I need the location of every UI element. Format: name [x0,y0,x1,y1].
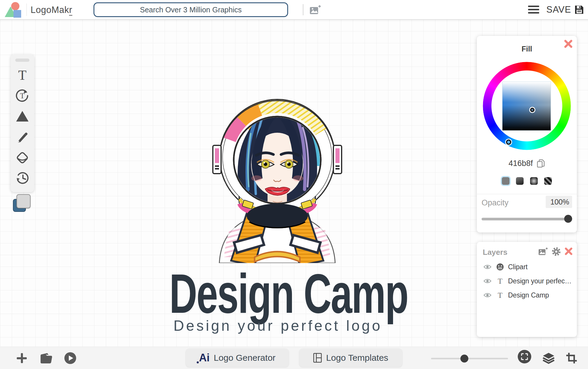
svg-text:T: T [498,277,502,285]
template-layout-icon [313,353,322,363]
play-icon [64,352,76,364]
shapes-tool-button[interactable] [14,106,31,127]
svg-text:T: T [20,92,24,100]
header-divider [26,4,27,16]
astronaut-clipart[interactable] [202,63,352,263]
layers-panel-title: Layers [483,248,507,257]
zoom-slider-handle[interactable] [460,355,468,363]
history-clock-icon [16,172,29,184]
panel-divider [477,194,577,194]
history-tool-button[interactable] [14,168,31,188]
fit-screen-icon [521,353,528,360]
layer-label: Design your perfec… [508,277,572,285]
header-divider [303,4,303,15]
stroke-color-swatch[interactable] [16,194,31,208]
opacity-slider-handle[interactable] [564,215,572,223]
opacity-label: Opacity [482,198,509,207]
logo-generator-button[interactable]: Ai Logo Generator [186,349,289,367]
visibility-eye-icon[interactable] [483,292,492,298]
zoom-slider-track[interactable] [431,358,508,359]
toolbar-drag-handle[interactable] [15,59,29,62]
draw-tool-button[interactable] [14,127,31,147]
logomakr-logo-icon[interactable] [4,2,24,18]
zoom-slider[interactable] [431,355,508,362]
logo-tagline-text[interactable]: Design your perfect logo [146,317,410,334]
text-tool-button[interactable]: T [14,65,31,85]
text-tool-icon: T [16,68,29,82]
logo-title-text[interactable]: Design Camp [169,262,386,326]
gear-icon[interactable] [552,247,561,256]
crop-button[interactable] [566,347,577,369]
clipart-face-icon [496,263,504,271]
bottom-toolbar: Ai Logo Generator Logo Templates [0,347,588,369]
search-input[interactable] [93,2,288,17]
layer-label: Clipart [508,263,527,271]
layers-stack-icon [542,352,555,364]
opacity-slider-track[interactable] [482,218,572,220]
layer-label: Design Camp [508,291,549,299]
new-design-button[interactable] [16,347,28,369]
right-earpod [333,145,342,174]
tutorial-play-button[interactable] [64,347,76,369]
menu-icon[interactable] [528,6,539,14]
visibility-eye-icon[interactable] [483,278,492,284]
top-header: LogoMakr SAVE [0,0,588,19]
fill-panel-title: Fill [477,45,577,53]
svg-text:T: T [18,68,26,82]
triangle-shape-icon [16,110,29,122]
saturation-marker[interactable] [530,108,534,112]
hex-color-value[interactable]: 416b8f [509,159,533,168]
open-file-button[interactable] [39,347,53,369]
saturation-square[interactable] [502,82,551,131]
close-icon[interactable] [564,247,573,255]
visibility-eye-icon[interactable] [483,264,492,270]
text-layer-icon: T [497,291,504,299]
fit-to-screen-button[interactable] [518,350,531,363]
text-layer-icon: T [497,277,504,285]
layer-row-clipart[interactable]: Clipart [477,260,577,274]
linear-gradient-swatch[interactable] [516,177,524,185]
color-swatch-stack[interactable] [12,194,32,214]
hue-marker[interactable] [506,139,511,145]
brand-name[interactable]: LogoMakr [31,5,72,15]
floppy-disk-icon [574,5,584,15]
logo-templates-button[interactable]: Logo Templates [299,349,402,367]
eraser-icon [16,151,29,164]
upload-image-icon[interactable] [309,5,321,15]
curved-text-tool-button[interactable]: T [14,85,31,106]
copy-icon[interactable] [537,159,545,168]
ai-icon: Ai [199,352,210,364]
save-button-label: SAVE [546,4,571,15]
layer-row-title[interactable]: T Design Camp [477,288,577,302]
save-button[interactable]: SAVE [542,1,588,18]
fill-style-swatches [477,177,577,185]
layers-toggle-button[interactable] [542,347,555,369]
eraser-tool-button[interactable] [14,147,31,168]
solid-fill-swatch[interactable] [502,177,510,185]
opacity-slider[interactable] [482,215,572,223]
crop-icon [566,352,577,364]
fill-panel: Fill 416b8f Opacity 100% [477,36,577,232]
opacity-value-field[interactable]: 100% [546,196,572,208]
layers-panel: Layers Clipart [477,242,577,337]
pencil-icon [16,131,29,143]
add-image-layer-icon[interactable] [538,247,548,256]
pattern-fill-swatch[interactable] [544,177,552,185]
left-earpod [213,145,221,174]
tools-toolbar: T T [11,54,34,192]
svg-text:T: T [498,291,502,299]
layer-row-tagline[interactable]: T Design your perfec… [477,274,577,288]
curved-text-tool-icon: T [16,89,29,102]
radial-gradient-swatch[interactable] [530,177,538,185]
plus-icon [16,352,28,364]
folder-icon [39,352,53,364]
